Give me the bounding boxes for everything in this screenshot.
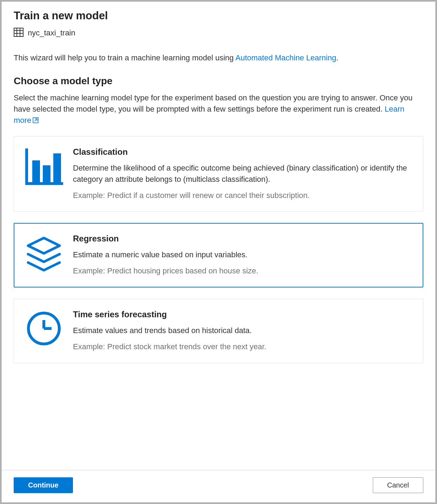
model-type-cards: Classification Determine the likelihood … xyxy=(14,136,423,363)
external-link-icon xyxy=(33,115,39,126)
card-title: Regression xyxy=(73,234,411,244)
intro-text: This wizard will help you to train a mac… xyxy=(14,52,423,64)
card-title: Classification xyxy=(73,147,411,157)
page-title: Train a new model xyxy=(14,9,423,22)
card-body: Time series forecasting Estimate values … xyxy=(73,310,411,352)
card-example: Example: Predict if a customer will rene… xyxy=(73,190,411,201)
card-body: Regression Estimate a numeric value base… xyxy=(73,234,411,277)
card-body: Classification Determine the likelihood … xyxy=(73,147,411,201)
section-heading: Choose a model type xyxy=(14,75,423,87)
clock-icon xyxy=(25,310,63,352)
wizard-footer: Continue Cancel xyxy=(2,470,435,502)
section-description: Select the machine learning model type f… xyxy=(14,92,423,126)
cancel-button[interactable]: Cancel xyxy=(373,477,423,493)
card-title: Time series forecasting xyxy=(73,310,411,319)
bar-chart-icon xyxy=(25,147,63,201)
card-regression[interactable]: Regression Estimate a numeric value base… xyxy=(14,223,423,287)
dataset-name: nyc_taxi_train xyxy=(28,28,75,38)
continue-button[interactable]: Continue xyxy=(14,477,73,493)
dataset-row: nyc_taxi_train xyxy=(14,28,423,38)
svg-rect-9 xyxy=(43,165,51,182)
section-desc-text: Select the machine learning model type f… xyxy=(14,93,412,113)
card-description: Estimate values and trends based on hist… xyxy=(73,325,411,336)
card-example: Example: Predict stock market trends ove… xyxy=(73,341,411,352)
card-example: Example: Predict housing prices based on… xyxy=(73,265,411,277)
automated-ml-link[interactable]: Automated Machine Learning xyxy=(235,53,336,62)
wizard-panel: Train a new model nyc_taxi_train This wi… xyxy=(1,1,436,503)
card-timeseries[interactable]: Time series forecasting Estimate values … xyxy=(14,299,423,363)
card-classification[interactable]: Classification Determine the likelihood … xyxy=(14,136,423,212)
table-icon xyxy=(14,28,23,38)
svg-rect-0 xyxy=(14,28,23,37)
wizard-content: Train a new model nyc_taxi_train This wi… xyxy=(2,2,435,470)
card-description: Determine the likelihood of a specific o… xyxy=(73,163,411,185)
layers-icon xyxy=(25,234,63,277)
intro-suffix: . xyxy=(336,53,338,62)
svg-rect-8 xyxy=(32,160,40,182)
svg-rect-10 xyxy=(53,153,61,182)
card-description: Estimate a numeric value based on input … xyxy=(73,249,411,260)
intro-prefix: This wizard will help you to train a mac… xyxy=(14,53,235,62)
